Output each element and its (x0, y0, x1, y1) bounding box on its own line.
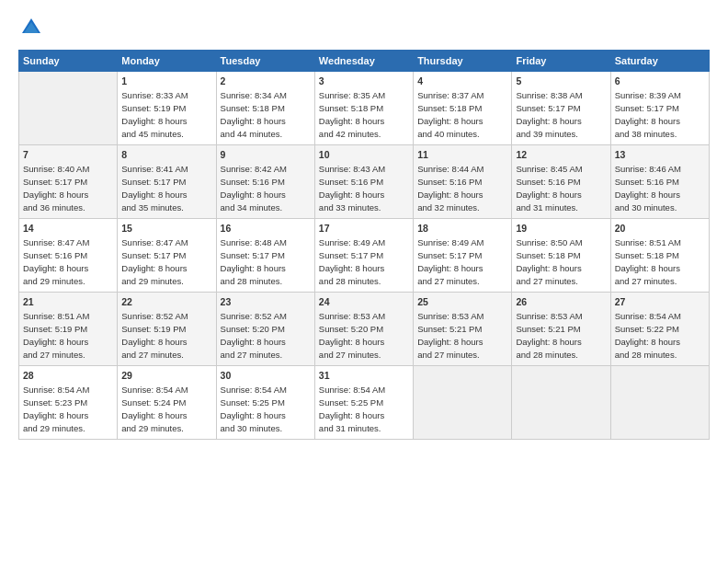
day-number: 24 (319, 295, 409, 309)
day-info-line: Sunset: 5:16 PM (417, 176, 507, 189)
day-info-line: and 32 minutes. (417, 201, 507, 214)
day-info-line: and 30 minutes. (615, 201, 705, 214)
day-info-line: Sunrise: 8:52 AM (121, 310, 211, 323)
day-info-line: Sunset: 5:20 PM (319, 323, 409, 336)
day-info-line: Daylight: 8 hours (615, 262, 705, 275)
day-number: 12 (516, 148, 606, 162)
day-info-line: Daylight: 8 hours (221, 189, 311, 201)
day-info-line: Daylight: 8 hours (221, 115, 311, 128)
day-cell: 7Sunrise: 8:40 AMSunset: 5:17 PMDaylight… (19, 145, 118, 219)
day-number: 30 (221, 369, 311, 383)
day-info-line: and 29 minutes. (121, 275, 211, 288)
day-cell: 23Sunrise: 8:52 AMSunset: 5:20 PMDayligh… (216, 293, 314, 366)
day-info-line: Daylight: 8 hours (319, 262, 409, 275)
day-cell: 4Sunrise: 8:37 AMSunset: 5:18 PMDaylight… (414, 72, 512, 145)
week-row-5: 28Sunrise: 8:54 AMSunset: 5:23 PMDayligh… (19, 366, 710, 440)
day-number: 5 (516, 75, 606, 88)
day-cell: 5Sunrise: 8:38 AMSunset: 5:17 PMDaylight… (512, 72, 610, 145)
day-info-line: Daylight: 8 hours (23, 262, 113, 275)
day-info-line: Sunset: 5:24 PM (121, 396, 211, 409)
day-info-line: and 29 minutes. (23, 275, 113, 288)
day-cell (512, 366, 610, 440)
day-info-line: Daylight: 8 hours (615, 189, 705, 201)
day-info-line: Sunrise: 8:35 AM (319, 89, 409, 102)
day-info-line: Sunset: 5:25 PM (221, 396, 311, 409)
day-info-line: and 45 minutes. (121, 128, 211, 141)
day-cell (610, 366, 709, 440)
day-info-line: and 40 minutes. (417, 128, 507, 141)
day-number: 27 (615, 295, 705, 309)
day-cell: 9Sunrise: 8:42 AMSunset: 5:16 PMDaylight… (216, 145, 314, 219)
day-cell: 20Sunrise: 8:51 AMSunset: 5:18 PMDayligh… (610, 219, 709, 293)
day-info-line: and 27 minutes. (516, 275, 606, 288)
day-info-line: Sunset: 5:17 PM (23, 176, 113, 189)
day-info-line: Sunrise: 8:54 AM (319, 384, 409, 396)
day-info-line: Sunrise: 8:38 AM (516, 89, 606, 102)
day-cell: 28Sunrise: 8:54 AMSunset: 5:23 PMDayligh… (19, 366, 118, 440)
day-info-line: Daylight: 8 hours (121, 409, 211, 422)
col-header-friday: Friday (512, 51, 610, 72)
day-info-line: and 36 minutes. (23, 201, 113, 214)
day-info-line: Sunrise: 8:50 AM (516, 236, 606, 249)
col-header-monday: Monday (118, 51, 216, 72)
day-number: 4 (417, 75, 507, 88)
day-info-line: Sunset: 5:16 PM (516, 176, 606, 189)
day-info-line: Sunrise: 8:54 AM (615, 310, 705, 323)
day-info-line: Sunset: 5:22 PM (615, 323, 705, 336)
day-info-line: and 27 minutes. (319, 349, 409, 362)
day-number: 26 (516, 295, 606, 309)
day-info-line: Daylight: 8 hours (221, 262, 311, 275)
day-info-line: Sunset: 5:18 PM (221, 102, 311, 115)
day-number: 19 (516, 222, 606, 236)
week-row-3: 14Sunrise: 8:47 AMSunset: 5:16 PMDayligh… (19, 219, 710, 293)
day-info-line: Sunset: 5:20 PM (221, 323, 311, 336)
day-cell (19, 72, 118, 145)
page: SundayMondayTuesdayWednesdayThursdayFrid… (0, 0, 728, 563)
day-info-line: Sunrise: 8:53 AM (417, 310, 507, 323)
day-info-line: Sunset: 5:16 PM (221, 176, 311, 189)
logo (18, 15, 48, 40)
day-info-line: Sunrise: 8:54 AM (23, 384, 113, 396)
day-info-line: and 30 minutes. (221, 422, 311, 435)
day-info-line: and 42 minutes. (319, 128, 409, 141)
day-info-line: Sunset: 5:19 PM (23, 323, 113, 336)
day-info-line: Daylight: 8 hours (319, 409, 409, 422)
day-info-line: Sunrise: 8:33 AM (121, 89, 211, 102)
day-number: 15 (121, 222, 211, 236)
day-info-line: Sunrise: 8:49 AM (417, 236, 507, 249)
day-cell: 12Sunrise: 8:45 AMSunset: 5:16 PMDayligh… (512, 145, 610, 219)
day-number: 8 (121, 148, 211, 162)
week-row-1: 1Sunrise: 8:33 AMSunset: 5:19 PMDaylight… (19, 72, 710, 145)
day-info-line: Sunrise: 8:45 AM (516, 163, 606, 176)
day-info-line: and 27 minutes. (615, 275, 705, 288)
day-info-line: and 31 minutes. (319, 422, 409, 435)
day-cell: 24Sunrise: 8:53 AMSunset: 5:20 PMDayligh… (314, 293, 413, 366)
day-cell: 22Sunrise: 8:52 AMSunset: 5:19 PMDayligh… (118, 293, 216, 366)
day-info-line: and 44 minutes. (221, 128, 311, 141)
day-info-line: and 28 minutes. (615, 349, 705, 362)
day-info-line: Sunrise: 8:47 AM (23, 236, 113, 249)
day-info-line: Sunrise: 8:43 AM (319, 163, 409, 176)
header-row: SundayMondayTuesdayWednesdayThursdayFrid… (19, 51, 710, 72)
day-info-line: Sunset: 5:16 PM (615, 176, 705, 189)
day-number: 17 (319, 222, 409, 236)
day-info-line: Sunset: 5:25 PM (319, 396, 409, 409)
day-info-line: Daylight: 8 hours (121, 115, 211, 128)
col-header-saturday: Saturday (610, 51, 709, 72)
day-info-line: Sunrise: 8:49 AM (319, 236, 409, 249)
day-info-line: Sunset: 5:18 PM (319, 102, 409, 115)
day-cell: 10Sunrise: 8:43 AMSunset: 5:16 PMDayligh… (314, 145, 413, 219)
day-info-line: Sunset: 5:16 PM (319, 176, 409, 189)
day-cell: 17Sunrise: 8:49 AMSunset: 5:17 PMDayligh… (314, 219, 413, 293)
day-info-line: Sunrise: 8:34 AM (221, 89, 311, 102)
day-info-line: Sunrise: 8:44 AM (417, 163, 507, 176)
day-info-line: Sunrise: 8:54 AM (121, 384, 211, 396)
day-info-line: Sunset: 5:23 PM (23, 396, 113, 409)
day-cell: 3Sunrise: 8:35 AMSunset: 5:18 PMDaylight… (314, 72, 413, 145)
day-number: 28 (23, 369, 113, 383)
day-info-line: Sunrise: 8:52 AM (221, 310, 311, 323)
day-info-line: and 34 minutes. (221, 201, 311, 214)
day-info-line: Sunset: 5:17 PM (319, 249, 409, 262)
day-info-line: Daylight: 8 hours (417, 115, 507, 128)
day-cell: 18Sunrise: 8:49 AMSunset: 5:17 PMDayligh… (414, 219, 512, 293)
